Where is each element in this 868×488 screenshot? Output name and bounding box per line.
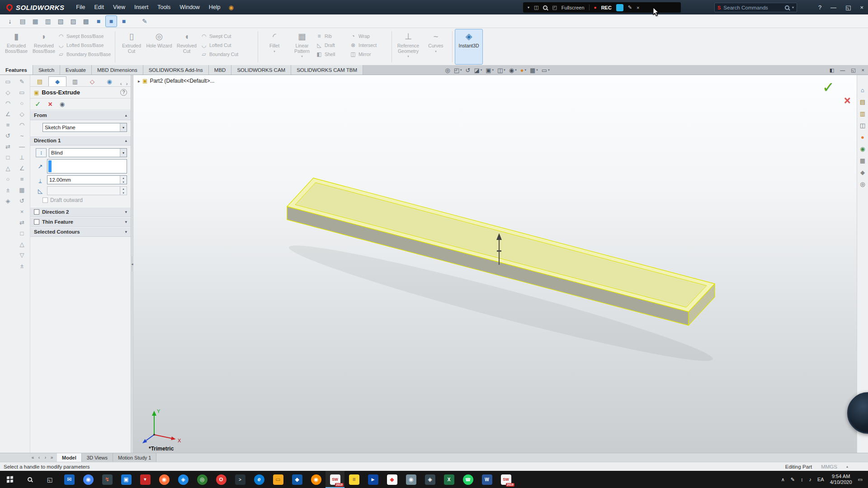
linear-pattern-button[interactable]: ▦ Linear Pattern ▾	[288, 29, 316, 64]
search-dropdown-icon[interactable]: ▾	[792, 5, 794, 9]
view-orientation-icon[interactable]: ▣ ▾	[486, 67, 494, 74]
revolved-boss-base-button[interactable]: ◗ Revolved Boss/Base	[30, 29, 57, 64]
toolbar-icon[interactable]: ∠	[2, 109, 14, 119]
recorder-draw-icon[interactable]: ✎	[628, 5, 632, 10]
tab-mbd-dimensions[interactable]: MBD Dimensions	[92, 65, 143, 75]
next-tab-icon[interactable]: ›	[43, 455, 48, 460]
menu-help[interactable]: Help	[204, 0, 225, 14]
status-options-icon[interactable]: ▴	[846, 465, 848, 469]
pin-icon[interactable]: ◉	[229, 4, 234, 11]
resources-icon[interactable]: ⌂	[861, 87, 864, 94]
tab-solidworks-add-ins[interactable]: SOLIDWORKS Add-Ins	[143, 65, 209, 75]
document-restore-button[interactable]: ◱	[851, 67, 855, 73]
dark-app-icon[interactable]: ◈	[420, 471, 439, 488]
edge-icon[interactable]: e	[250, 471, 269, 488]
photos-icon[interactable]: ▣	[117, 471, 136, 488]
edit-appearance-icon[interactable]: ● ▾	[520, 67, 526, 74]
pdf-icon[interactable]: ▼	[136, 471, 155, 488]
menu-edit[interactable]: Edit	[90, 0, 109, 14]
previous-tab-icon[interactable]: ‹	[37, 455, 42, 460]
toolbar-icon[interactable]: ▦	[16, 185, 28, 195]
recorder-zoom-icon[interactable]	[543, 5, 547, 10]
menu-view[interactable]: View	[108, 0, 130, 14]
help-icon[interactable]: ?	[120, 89, 127, 96]
extruded-boss-base-button[interactable]: ▮ Extruded Boss/Base	[3, 29, 30, 64]
sheet-format-icon[interactable]: ▤	[17, 16, 28, 27]
safari-icon[interactable]: ◈	[174, 471, 193, 488]
task-view-button[interactable]: ◱	[40, 471, 60, 488]
toolbar-icon[interactable]: ◇	[16, 109, 28, 119]
draft-angle-input[interactable]: ▲ ▼	[47, 186, 127, 195]
direction1-group-header[interactable]: Direction 1 ▴	[30, 136, 131, 145]
section-view-icon[interactable]: ◪ ▾	[474, 67, 482, 74]
toolbar-icon[interactable]: □	[16, 229, 28, 238]
recorder-close-icon[interactable]: ×	[637, 5, 639, 10]
direction2-checkbox[interactable]	[34, 209, 39, 215]
propertymanager-tab-icon[interactable]: ◆	[48, 76, 66, 86]
confirmation-cancel-button[interactable]: ×	[844, 94, 851, 107]
spin-up-icon[interactable]: ▲	[120, 176, 127, 180]
document-minimize-button[interactable]: —	[840, 67, 845, 73]
instant3d-button[interactable]: ◈ Instant3D	[455, 29, 482, 64]
sticky-notes-icon[interactable]: ≡	[344, 471, 363, 488]
spin-down-icon[interactable]: ▼	[120, 191, 127, 195]
draft-button[interactable]: ◺ Draft	[316, 42, 349, 48]
word-icon[interactable]: W	[477, 471, 496, 488]
recorder-window-icon[interactable]: ◫	[534, 5, 538, 10]
boundary-boss-base-button[interactable]: ▱ Boundary Boss/Base	[58, 51, 112, 57]
camera-app-icon[interactable]: ◉	[401, 471, 420, 488]
toolbar-icon[interactable]: ○	[2, 174, 14, 184]
featuremanager-tab-icon[interactable]: ▤	[31, 76, 48, 86]
graphics-viewport[interactable]: ▸ ▣ Part2 (Default<<Default>... ✓ × Y X …	[133, 75, 857, 453]
close-button[interactable]: ×	[860, 4, 863, 11]
from-dropdown[interactable]: Sketch Plane ▾	[42, 123, 127, 132]
recorder-stop-button[interactable]	[616, 4, 623, 11]
toolbar-icon[interactable]: ⇄	[2, 142, 14, 151]
toolbar-icon[interactable]: ✎	[16, 77, 28, 86]
toolbar-icon[interactable]: ▭	[2, 77, 14, 86]
solidworks-icon[interactable]: SW 2019	[326, 471, 344, 488]
toolbar-icon[interactable]: □	[2, 153, 14, 162]
units-label[interactable]: MMGS	[821, 464, 837, 469]
recorder-region-icon[interactable]: ◰	[552, 5, 557, 10]
lofted-boss-base-button[interactable]: ◡ Lofted Boss/Base	[58, 42, 112, 48]
orange-browser-icon[interactable]: ◉	[307, 471, 326, 488]
tab-evaluate[interactable]: Evaluate	[60, 65, 92, 75]
menu-insert[interactable]: Insert	[130, 0, 153, 14]
grid-tool-icon[interactable]: ▥	[42, 16, 53, 27]
tab-features[interactable]: Features	[0, 65, 33, 75]
toolbar-icon[interactable]: △	[2, 164, 14, 173]
lofted-cut-button[interactable]: ◡ Lofted Cut	[201, 42, 255, 48]
toolbar-icon[interactable]: ◇	[2, 88, 14, 97]
firefox-icon[interactable]: ◉	[155, 471, 174, 488]
zoom-fit-icon[interactable]: ◎	[445, 67, 450, 74]
attachment-tool-icon[interactable]: ✎	[139, 16, 150, 27]
language-indicator[interactable]: EA	[817, 477, 824, 482]
menu-window[interactable]: Window	[175, 0, 204, 14]
rib-button[interactable]: ≡ Rib	[316, 33, 349, 39]
display-style-icon[interactable]: ◫ ▾	[497, 67, 505, 74]
toolbar-icon[interactable]: ±	[16, 261, 28, 271]
help-icon[interactable]: ?	[818, 4, 821, 11]
selected-contours-group-header[interactable]: Selected Contours ▾	[30, 227, 131, 237]
volume-tray-icon[interactable]: ♪	[809, 477, 811, 482]
spin-up-icon[interactable]: ▲	[120, 187, 127, 191]
custom-properties-icon[interactable]: ▦	[860, 157, 865, 164]
depth-input[interactable]: 12.00mm ▲ ▼	[47, 175, 127, 184]
menu-file[interactable]: File	[71, 0, 90, 14]
select-tool-icon[interactable]: ↓	[5, 16, 15, 27]
toolbar-icon[interactable]: ▭	[16, 88, 28, 97]
search-commands-box[interactable]: S Search Commands ▾	[714, 3, 797, 12]
toolbar-icon[interactable]: ◈	[2, 196, 14, 206]
feature-tree-flyout[interactable]: ▸ ▣ Part2 (Default<<Default>...	[138, 78, 214, 84]
appearances-icon[interactable]: ●	[861, 134, 864, 141]
red-diamond-app-icon[interactable]: ◆	[382, 471, 401, 488]
toolbar-icon[interactable]: ~	[16, 131, 28, 141]
swept-cut-button[interactable]: ◠ Swept Cut	[201, 33, 255, 39]
table-tool-icon[interactable]: ▦	[30, 16, 41, 27]
intersect-button[interactable]: ⊗ Intersect	[350, 42, 389, 48]
dimxpertmanager-tab-icon[interactable]: ◇	[84, 76, 101, 86]
clock[interactable]: 9:54 AM 4/10/2020	[830, 474, 852, 485]
tab-sketch[interactable]: Sketch	[33, 65, 60, 75]
boundary-cut-button[interactable]: ▱ Boundary Cut	[201, 51, 255, 57]
